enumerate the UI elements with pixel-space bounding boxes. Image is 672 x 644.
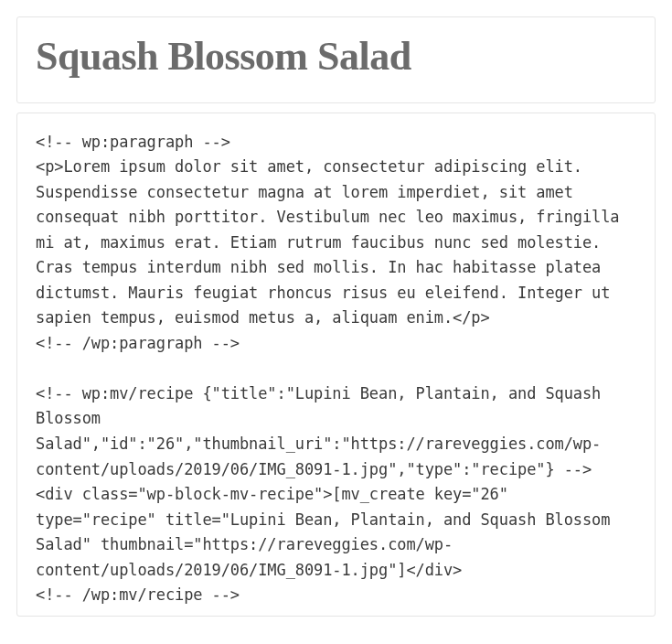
code-card: <!-- wp:paragraph --> <p>Lorem ipsum dol… <box>16 113 656 617</box>
code-block: <!-- wp:paragraph --> <p>Lorem ipsum dol… <box>36 130 636 608</box>
page-title: Squash Blossom Salad <box>36 34 636 80</box>
title-card: Squash Blossom Salad <box>16 16 656 103</box>
